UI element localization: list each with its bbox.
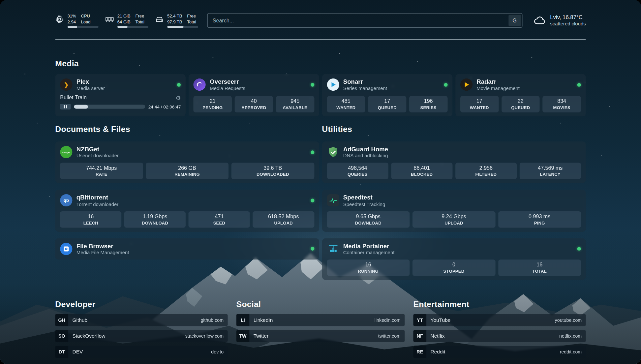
portainer-icon: [327, 243, 339, 255]
stat-label: STOPPED: [413, 268, 494, 273]
disk-widget: 52.4 TB97.9 TB FreeTotal: [155, 13, 198, 28]
disk-labels: FreeTotal: [187, 13, 196, 24]
playback-time: 24:44 / 02:06:47: [148, 104, 181, 109]
bookmark-url: reddit.com: [560, 349, 586, 354]
stat-label: SERIES: [410, 105, 447, 110]
search-engine-button[interactable]: G: [508, 15, 521, 26]
stat-tile: 945AVAILABLE: [276, 96, 314, 112]
stat-value: 16: [328, 261, 409, 268]
cpu-values: 31%2.94: [68, 13, 76, 24]
section-title-media: Media: [55, 59, 586, 69]
bookmark-list: LILinkedInlinkedin.comTWTwittertwitter.c…: [236, 314, 405, 342]
radarr-icon: [460, 78, 473, 91]
bookmark-item[interactable]: TWTwittertwitter.com: [236, 330, 405, 342]
stat-value: 266 GB: [146, 165, 228, 171]
bookmark-url: dev.to: [211, 349, 228, 354]
stat-value: 498,564: [328, 165, 387, 171]
ram-bar: [117, 26, 148, 28]
app-card-portainer[interactable]: Media Portainer Container management 16R…: [322, 238, 586, 280]
app-card-radarr[interactable]: Radarr Movie management 17WANTED22QUEUED…: [455, 74, 586, 116]
stat-value: 0.993 ms: [499, 213, 580, 220]
stat-label: PING: [499, 220, 580, 225]
status-dot: [577, 83, 581, 86]
app-subtitle: Movie management: [476, 85, 520, 91]
stars-decoration: [0, 0, 1, 1]
bookmark-group-social: Social LILinkedInlinkedin.comTWTwittertw…: [236, 299, 405, 358]
stat-label: BLOCKED: [392, 172, 451, 177]
stat-label: AVAILABLE: [277, 105, 313, 110]
app-name: Sonarr: [343, 78, 387, 85]
bookmark-url: github.com: [200, 318, 228, 322]
stat-value: 1.19 Gbps: [125, 213, 185, 220]
app-card-speedtest[interactable]: Speedtest Speedtest Tracking 9.65 GbpsDO…: [322, 190, 586, 232]
stat-value: 834: [543, 98, 580, 105]
stat-value: 47.569 ms: [520, 165, 580, 171]
bookmark-item[interactable]: DTDEVdev.to: [55, 346, 228, 358]
nzbget-icon: nzbget: [60, 146, 72, 158]
app-name: Radarr: [476, 78, 520, 85]
cpu-icon: [55, 15, 64, 23]
stat-value: 196: [410, 98, 447, 105]
playback-progress[interactable]: [74, 105, 145, 109]
bookmark-icon: SO: [55, 330, 68, 342]
stat-label: REMAINING: [146, 172, 228, 177]
app-card-plex[interactable]: ❯ Plex Media server Bullet Train ⚙: [55, 74, 186, 116]
stat-tile: 485WANTED: [327, 96, 365, 112]
stat-tile: 16LEECH: [60, 211, 121, 228]
app-subtitle: Torrent downloader: [76, 201, 118, 207]
bookmark-item[interactable]: SOStackOverflowstackoverflow.com: [55, 330, 228, 342]
app-card-nzbget[interactable]: nzbget NZBGet Usenet downloader 744.21 M…: [55, 141, 319, 183]
app-subtitle: Media Requests: [210, 85, 245, 91]
app-card-filebrowser[interactable]: File Browser Media File Management: [55, 238, 319, 259]
search-input[interactable]: [209, 17, 508, 24]
bookmark-item[interactable]: NFNetflixnetflix.com: [413, 330, 586, 342]
stat-value: 17: [369, 98, 406, 105]
plex-icon: ❯: [60, 78, 72, 91]
status-dot: [177, 83, 181, 86]
bookmark-name: YouTube: [431, 317, 451, 323]
sonarr-icon: [327, 78, 339, 91]
bookmark-item[interactable]: YTYouTubeyoutube.com: [413, 314, 586, 326]
stat-value: 945: [277, 98, 313, 105]
app-card-qbittorrent[interactable]: qb qBittorrent Torrent downloader 16LEEC…: [55, 190, 319, 232]
stat-tile: 196SERIES: [409, 96, 447, 112]
stat-value: 9.24 Gbps: [413, 213, 494, 220]
stats-row: 485WANTED17QUEUED196SERIES: [327, 96, 447, 112]
app-card-overseerr[interactable]: Overseerr Media Requests 21PENDING40APPR…: [189, 74, 319, 116]
ram-icon: [105, 15, 114, 23]
stat-label: FILTERED: [456, 172, 516, 177]
media-grid: ❯ Plex Media server Bullet Train ⚙: [55, 74, 586, 116]
app-name: Overseerr: [210, 78, 245, 85]
weather-widget[interactable]: Lviv, 16.87°C scattered clouds: [533, 14, 586, 27]
stat-tile: 9.24 GbpsUPLOAD: [412, 211, 495, 228]
app-card-adguard[interactable]: AdGuard Home DNS and adblocking 498,564Q…: [322, 141, 586, 183]
stats-row: 16LEECH1.19 GbpsDOWNLOAD471SEED618.52 Mb…: [60, 211, 314, 228]
bookmark-item[interactable]: LILinkedInlinkedin.com: [236, 314, 405, 326]
bookmark-item[interactable]: GHGithubgithub.com: [55, 314, 228, 326]
bookmark-icon: TW: [236, 330, 250, 342]
bookmark-name: StackOverflow: [72, 333, 105, 339]
section-title-utilities: Utilities: [322, 125, 586, 134]
stat-label: RUNNING: [328, 268, 409, 273]
bookmark-url: youtube.com: [555, 318, 586, 322]
app-name: File Browser: [76, 242, 129, 249]
app-subtitle: Media server: [76, 85, 105, 91]
stat-value: 86,401: [392, 165, 451, 171]
stat-label: MOVIES: [543, 105, 580, 110]
cpu-labels: CPULoad: [81, 13, 90, 24]
app-card-sonarr[interactable]: Sonarr Series management 485WANTED17QUEU…: [322, 74, 452, 116]
plex-player: 24:44 / 02:06:47: [60, 104, 181, 109]
bookmark-icon: NF: [413, 330, 426, 342]
cpu-widget: 31%2.94 CPULoad: [55, 13, 98, 28]
now-playing-title: Bullet Train: [60, 95, 87, 101]
settings-icon[interactable]: ⚙: [176, 95, 181, 100]
bookmark-item[interactable]: RERedditreddit.com: [413, 346, 586, 358]
stat-label: DOWNLOAD: [125, 220, 185, 225]
weather-condition: scattered clouds: [550, 21, 586, 26]
app-subtitle: Speedtest Tracking: [343, 201, 385, 207]
stat-value: 16: [499, 261, 580, 268]
status-dot: [311, 247, 314, 251]
adguard-icon: [327, 146, 339, 158]
stat-tile: 9.65 GbpsDOWNLOAD: [327, 211, 410, 228]
pause-button[interactable]: [60, 104, 71, 109]
